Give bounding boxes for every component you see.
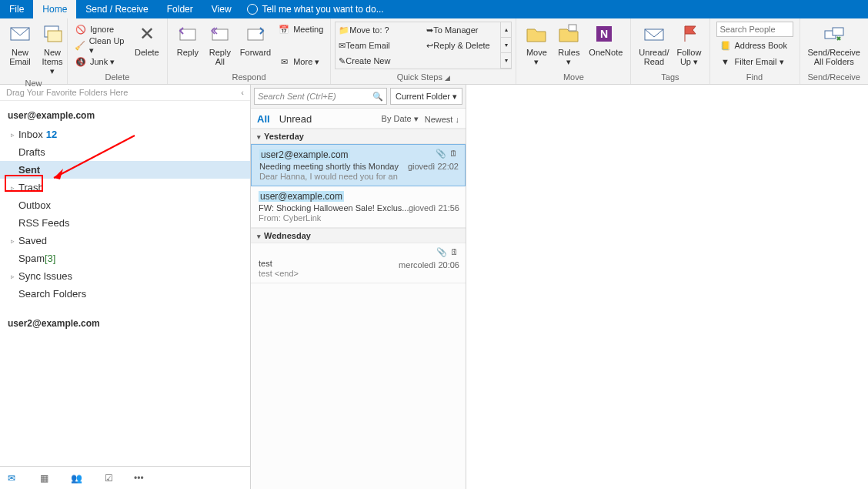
search-icon: 🔍 (372, 92, 383, 102)
search-people-input[interactable] (716, 22, 793, 37)
mail-nav-icon[interactable]: ✉ (5, 471, 18, 485)
unread-read-button[interactable]: Unread/ Read (635, 20, 673, 68)
tab-home[interactable]: Home (33, 0, 76, 18)
nav-more-icon[interactable]: ••• (134, 473, 144, 484)
follow-up-button[interactable]: Follow Up ▾ (673, 20, 706, 68)
ignore-button[interactable]: 🚫Ignore (72, 22, 131, 37)
move-button[interactable]: Move ▾ (520, 20, 553, 68)
address-book-button[interactable]: 📒Address Book (716, 38, 793, 53)
group-label-sendrec: Send/Receive (800, 72, 869, 84)
message-list-pane: Search Sent (Ctrl+E) 🔍 Current Folder ▾ … (251, 85, 466, 489)
expander-icon: ▹ (11, 273, 17, 280)
tab-folder[interactable]: Folder (158, 0, 202, 18)
svg-rect-11 (833, 28, 843, 35)
filter-email-button[interactable]: ▼Filter Email ▾ (716, 54, 793, 69)
message-item[interactable]: user@example.com FW: Shocking Halloween … (251, 186, 466, 228)
qs-to-manager[interactable]: ➥To Manager (423, 22, 511, 38)
reading-pane (466, 85, 868, 489)
new-email-button[interactable]: New Email (4, 20, 36, 68)
sort-by-dropdown[interactable]: By Date ▾ (382, 114, 419, 124)
reply-button[interactable]: Reply (172, 20, 204, 59)
folder-spam[interactable]: Spam [3] (0, 250, 250, 267)
svg-text:N: N (600, 28, 608, 40)
forward-button[interactable]: Forward (236, 20, 275, 59)
attachment-icon: 📎 (436, 148, 446, 159)
calendar-nav-icon[interactable]: ▦ (37, 471, 51, 485)
message-from: user2@example.com (259, 149, 350, 160)
envelope-icon (8, 22, 32, 46)
qs-scroll[interactable]: ▴▾▾ (500, 22, 511, 69)
people-nav-icon[interactable]: 👥 (69, 471, 83, 485)
reply-all-button[interactable]: Reply All (204, 20, 236, 68)
delete-icon: ✕ (135, 22, 159, 46)
folder-drafts[interactable]: Drafts (0, 143, 250, 161)
ignore-icon: 🚫 (75, 23, 87, 35)
calendar-item-icon: 🗓 (449, 246, 459, 257)
team-email-icon: ✉ (339, 41, 346, 51)
date-group-header[interactable]: Wednesday (251, 228, 466, 243)
tell-me-search[interactable]: Tell me what you want to do... (247, 4, 384, 15)
view-tab-unread[interactable]: Unread (279, 113, 312, 125)
sort-order-dropdown[interactable]: Newest ↓ (425, 115, 459, 124)
message-item[interactable]: 📎🗓 user2@example.com Needing meeting sho… (251, 144, 466, 186)
message-preview: From: CyberLink (259, 213, 458, 223)
qs-down-icon[interactable]: ▾ (501, 38, 511, 53)
delete-button[interactable]: ✕ Delete (131, 20, 163, 59)
folder-list: user@example.com ▹Inbox12 Drafts Sent ▹T… (0, 101, 250, 466)
qs-reply-delete[interactable]: ↩Reply & Delete (423, 38, 511, 53)
svg-rect-2 (48, 31, 62, 42)
folder-rss[interactable]: RSS Feeds (0, 214, 250, 232)
account-header-1[interactable]: user@example.com (0, 106, 250, 126)
group-label-delete: Delete (68, 72, 167, 84)
onenote-button[interactable]: N OneNote (585, 20, 626, 59)
search-scope-dropdown[interactable]: Current Folder ▾ (390, 88, 462, 105)
group-label-find: Find (710, 72, 800, 84)
qs-move-to[interactable]: 📁Move to: ? (336, 22, 423, 38)
rules-button[interactable]: Rules ▾ (553, 20, 585, 68)
calendar-item-icon: 🗓 (448, 148, 459, 159)
message-item[interactable]: 📎🗓 test test <end> mercoledì 20:06 (251, 243, 466, 283)
search-mail-input[interactable]: Search Sent (Ctrl+E) 🔍 (254, 88, 387, 105)
collapse-fav-icon[interactable]: ‹ (241, 88, 244, 97)
qs-create-new[interactable]: ✎Create New (336, 53, 423, 69)
folder-move-icon: 📁 (339, 25, 349, 35)
folder-search-folders[interactable]: Search Folders (0, 285, 250, 303)
cleanup-button[interactable]: 🧹Clean Up ▾ (72, 38, 131, 53)
to-manager-icon: ➥ (426, 25, 433, 35)
folder-sync-issues[interactable]: ▹Sync Issues (0, 267, 250, 285)
cleanup-icon: 🧹 (75, 39, 86, 52)
reply-delete-icon: ↩ (426, 41, 433, 51)
group-label-respond: Respond (168, 72, 330, 84)
meeting-button[interactable]: 📅Meeting (275, 22, 326, 37)
message-date: giovedì 21:56 (409, 203, 459, 213)
svg-rect-6 (569, 25, 576, 31)
tab-file[interactable]: File (0, 0, 33, 18)
svg-rect-9 (645, 29, 663, 40)
qs-up-icon[interactable]: ▴ (501, 22, 511, 38)
more-respond-button[interactable]: ✉More ▾ (275, 54, 326, 69)
tasks-nav-icon[interactable]: ☑ (102, 471, 115, 485)
new-items-button[interactable]: New Items ▾ (36, 20, 68, 77)
favorites-drop-zone[interactable]: Drag Your Favorite Folders Here ‹ (0, 85, 250, 101)
send-receive-all-button[interactable]: Send/Receive All Folders (804, 20, 865, 68)
qs-team-email[interactable]: ✉Team Email (336, 38, 423, 53)
view-tab-all[interactable]: All (257, 113, 270, 125)
date-group-header[interactable]: Yesterday (251, 129, 466, 144)
folder-trash[interactable]: ▹Trash (0, 179, 250, 196)
svg-rect-5 (248, 29, 263, 40)
quick-steps-gallery[interactable]: 📁Move to: ? ➥To Manager ✉Team Email ↩Rep… (335, 22, 512, 69)
nav-bar: ✉ ▦ 👥 ☑ ••• (0, 466, 250, 489)
tab-send-receive[interactable]: Send / Receive (76, 0, 157, 18)
tab-view[interactable]: View (202, 0, 241, 18)
folder-outbox[interactable]: Outbox (0, 196, 250, 214)
message-from: user@example.com (259, 191, 344, 202)
account-header-2[interactable]: user2@example.com (0, 313, 250, 333)
ribbon: New Email New Items ▾ New 🚫Ignore 🧹Clean… (0, 18, 868, 85)
qs-expand-icon[interactable]: ▾ (501, 53, 511, 69)
folder-inbox[interactable]: ▹Inbox12 (0, 126, 250, 143)
folder-sent[interactable]: Sent (0, 161, 250, 179)
junk-button[interactable]: 🚯Junk ▾ (72, 54, 131, 69)
more-icon: ✉ (278, 55, 290, 68)
folder-saved[interactable]: ▹Saved (0, 232, 250, 250)
group-label-move: Move (516, 72, 630, 84)
